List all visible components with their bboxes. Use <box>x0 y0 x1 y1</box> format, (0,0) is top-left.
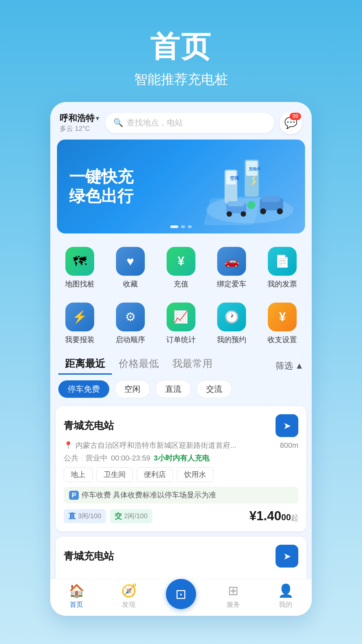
nav-service-label: 服务 <box>227 600 240 609</box>
station-price: ¥1.4000起 <box>249 509 298 523</box>
nav-discover[interactable]: 🧭 发现 <box>103 583 155 609</box>
action-recharge[interactable]: ¥ 充值 <box>157 243 205 293</box>
promo-banner[interactable]: 一键快充 绿色出行 空闲 充电中 <box>57 140 305 233</box>
station-card-2[interactable]: 青城充电站 ➤ <box>56 537 306 579</box>
station-address: 内蒙古自治区呼和浩特市新城区迎新路街道首府... <box>75 440 277 450</box>
station-card-1[interactable]: 青城充电站 ➤ 📍 内蒙古自治区呼和浩特市新城区迎新路街道首府... 800m … <box>56 406 306 531</box>
filter-tab-price[interactable]: 价格最低 <box>112 357 166 375</box>
banner-line2: 绿色出行 <box>69 186 133 206</box>
station-type: 公共 <box>64 453 78 463</box>
dc-count: 3闲/100 <box>78 512 101 521</box>
filter-tab-distance[interactable]: 距离最近 <box>58 357 112 375</box>
action-map-label: 地图找桩 <box>65 279 95 289</box>
banner-illustration: 空闲 充电中 <box>191 140 305 233</box>
station-address-row: 📍 内蒙古自治区呼和浩特市新城区迎新路街道首府... 800m <box>64 440 298 450</box>
sort-icon: ▲ <box>295 361 304 371</box>
action-invoice[interactable]: 📄 我的发票 <box>258 243 306 293</box>
svg-rect-14 <box>228 201 244 206</box>
action-order-seq[interactable]: ⚙ 启动顺序 <box>106 299 154 349</box>
parking-notice: P 停车收费 具体收费标准以停车场显示为准 <box>64 487 298 503</box>
tag-ground: 地上 <box>64 467 93 482</box>
action-payment-label: 收支设置 <box>267 335 297 345</box>
action-install-label: 我要报装 <box>65 335 95 345</box>
station-distance: 800m <box>280 441 298 450</box>
location-info[interactable]: 呼和浩特 ▾ 多云 12°C <box>60 112 100 133</box>
nav-profile[interactable]: 👤 我的 <box>259 583 312 609</box>
page-subtitle: 智能推荐充电桩 <box>0 70 362 89</box>
phone-mockup: 呼和浩特 ▾ 多云 12°C 🔍 查找地点，电站 💬 99 一键快充 绿色出行 <box>50 102 312 616</box>
svg-point-11 <box>260 208 266 214</box>
notification-badge: 99 <box>290 113 301 120</box>
stats-icon: 📈 <box>167 303 195 331</box>
ac-count: 2闲/100 <box>124 512 147 521</box>
banner-dot-1 <box>170 225 178 228</box>
map-icon: 🗺 <box>65 247 94 276</box>
action-recharge-label: 充值 <box>174 279 188 289</box>
station-status-row: 公共 营业中 00:00-23:59 3小时内有人充电 <box>64 453 298 463</box>
scan-icon: ⊡ <box>175 586 187 602</box>
sub-filter-dc[interactable]: 直流 <box>156 380 191 398</box>
svg-point-16 <box>241 211 246 217</box>
banner-dots <box>170 225 192 228</box>
action-bind-car[interactable]: 🚗 绑定爱车 <box>208 243 256 293</box>
recharge-icon: ¥ <box>167 247 195 276</box>
nav-service[interactable]: ⊞ 服务 <box>207 583 259 609</box>
sub-filter-row: 停车免费 空闲 直流 交流 <box>58 380 304 398</box>
filter-tab-frequent[interactable]: 我最常用 <box>166 357 219 375</box>
price-suffix: 起 <box>291 514 298 522</box>
svg-rect-10 <box>261 196 280 202</box>
action-invoice-label: 我的发票 <box>267 279 297 289</box>
weather-info: 多云 12°C <box>60 124 100 133</box>
station-header: 青城充电站 ➤ <box>64 414 298 437</box>
action-favorite[interactable]: ♥ 收藏 <box>106 243 154 293</box>
station-activity: 3小时内有人充电 <box>154 453 209 463</box>
notification-button[interactable]: 💬 99 <box>280 111 302 134</box>
payment-icon: ¥ <box>268 303 297 331</box>
app-header: 呼和浩特 ▾ 多云 12°C 🔍 查找地点，电站 💬 99 <box>50 102 312 140</box>
station-name: 青城充电站 <box>64 419 114 433</box>
tag-convenience: 便利店 <box>137 467 173 482</box>
filter-sort-btn[interactable]: 筛选 ▲ <box>276 360 304 372</box>
search-icon: 🔍 <box>113 118 123 127</box>
nav-home[interactable]: 🏠 首页 <box>50 583 103 609</box>
action-reservation[interactable]: 🕐 我的预约 <box>208 299 256 349</box>
sub-filter-parking-free[interactable]: 停车免费 <box>58 380 109 398</box>
station-hours: 00:00-23:59 <box>111 454 150 463</box>
dc-label: 直 <box>68 511 76 521</box>
action-map[interactable]: 🗺 地图找桩 <box>56 243 104 293</box>
svg-point-17 <box>247 201 255 209</box>
search-bar[interactable]: 🔍 查找地点，电站 <box>105 113 274 133</box>
tag-toilet: 卫生间 <box>97 467 133 482</box>
sub-filter-ac[interactable]: 交流 <box>196 380 232 398</box>
parking-text: 停车收费 具体收费标准以停车场显示为准 <box>81 490 216 500</box>
banner-dot-2 <box>181 225 185 228</box>
navigate-button[interactable]: ➤ <box>276 414 298 437</box>
quick-actions-row2: ⚡ 我要报装 ⚙ 启动顺序 📈 订单统计 🕐 我的预约 ¥ 收支设置 <box>50 296 312 352</box>
station-bottom-row: 直 3闲/100 交 2闲/100 ¥1.4000起 <box>64 509 298 523</box>
quick-actions-row1: 🗺 地图找桩 ♥ 收藏 ¥ 充值 🚗 绑定爱车 📄 我的发票 <box>50 240 312 296</box>
dc-charger-badge: 直 3闲/100 <box>64 509 106 523</box>
chevron-down-icon: ▾ <box>96 115 99 122</box>
location-name[interactable]: 呼和浩特 ▾ <box>60 112 100 124</box>
invoice-icon: 📄 <box>268 247 297 276</box>
action-reservation-label: 我的预约 <box>217 335 246 345</box>
station-name-2: 青城充电站 <box>64 549 114 563</box>
station-header-2: 青城充电站 ➤ <box>64 545 298 568</box>
price-decimal: 00 <box>281 512 291 522</box>
filter-tabs: 距离最近 价格最低 我最常用 筛选 ▲ <box>58 357 304 375</box>
action-stats-label: 订单统计 <box>166 335 196 345</box>
service-icon: ⊞ <box>228 583 239 598</box>
action-payment[interactable]: ¥ 收支设置 <box>258 299 306 349</box>
pin-icon: 📍 <box>64 441 73 450</box>
install-icon: ⚡ <box>65 303 94 331</box>
navigate-button-2[interactable]: ➤ <box>276 545 298 568</box>
action-stats[interactable]: 📈 订单统计 <box>157 299 205 349</box>
page-title: 首页 <box>0 27 362 67</box>
scan-button[interactable]: ⊡ <box>166 579 196 609</box>
nav-scan[interactable]: ⊡ <box>155 589 207 609</box>
sub-filter-idle[interactable]: 空闲 <box>115 380 150 398</box>
action-install[interactable]: ⚡ 我要报装 <box>56 299 104 349</box>
parking-p-icon: P <box>69 491 79 500</box>
nav-home-label: 首页 <box>70 600 83 609</box>
price-value: ¥1.40 <box>249 509 281 523</box>
